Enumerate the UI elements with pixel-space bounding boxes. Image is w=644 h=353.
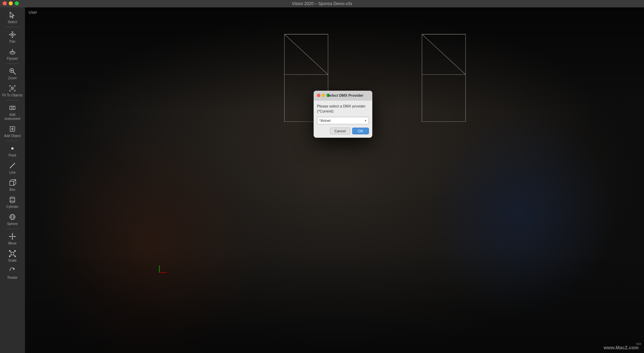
dialog-description: Please select a DMX provider (*Current): (317, 104, 369, 114)
zoom-icon (8, 67, 17, 76)
user-label: User (29, 10, 37, 15)
svg-rect-35 (9, 250, 10, 252)
scale-label: Scale (8, 259, 16, 263)
sidebar-item-sphere[interactable]: Sphere (1, 211, 24, 227)
svg-line-45 (422, 34, 466, 75)
fit-to-objects-icon (8, 84, 17, 93)
minimize-button[interactable] (9, 1, 13, 5)
traffic-lights (3, 1, 19, 5)
flyover-label: Flyover (7, 57, 18, 61)
move-label: Move (8, 241, 16, 246)
point-icon (8, 144, 17, 153)
svg-marker-32 (9, 236, 10, 237)
divider-2 (6, 63, 19, 64)
sphere-label: Sphere (7, 222, 18, 226)
svg-point-27 (10, 216, 15, 218)
dialog-title: Select DMX Provider (322, 93, 369, 97)
divider-3 (6, 100, 19, 100)
svg-point-26 (11, 214, 14, 220)
add-instrument-label: Add Instrument (2, 113, 23, 121)
svg-rect-38 (14, 256, 16, 257)
sidebar-item-select[interactable]: Select (1, 9, 24, 26)
box-icon (8, 178, 17, 187)
line-label: Line (9, 171, 16, 175)
dialog-select-wrapper: *Artnet sACN None ▼ (317, 117, 369, 124)
ok-button[interactable]: OK (352, 128, 369, 134)
pan-label: Pan (9, 40, 15, 44)
sidebar-item-zoom[interactable]: Zoom (1, 65, 24, 82)
sidebar-item-add-instrument[interactable]: Add Instrument (1, 102, 24, 122)
watermark: www.MacZ.com (603, 345, 639, 350)
select-label: Select (8, 20, 17, 24)
svg-line-5 (13, 72, 15, 74)
close-button[interactable] (3, 1, 7, 5)
svg-point-3 (12, 49, 13, 50)
add-instrument-icon (8, 103, 17, 113)
divider-1 (6, 27, 19, 27)
rotate-icon (8, 266, 17, 275)
svg-marker-33 (14, 236, 16, 237)
viewport-background: User (25, 7, 644, 353)
svg-rect-36 (14, 250, 16, 252)
svg-point-1 (12, 34, 13, 35)
zoom-label: Zoom (8, 76, 17, 80)
sidebar: Select Pan Flyover (0, 7, 25, 353)
svg-marker-0 (10, 12, 14, 18)
sidebar-item-flyover[interactable]: Flyover (1, 46, 24, 62)
flyover-icon (8, 47, 17, 56)
sidebar-item-cylinder[interactable]: Cylinder (1, 194, 24, 210)
svg-point-13 (12, 107, 13, 108)
scene-wireframe (274, 28, 476, 148)
watermark-text: www.MacZ.com (603, 345, 639, 350)
divider-5 (6, 229, 19, 229)
cylinder-label: Cylinder (6, 205, 19, 209)
dialog-buttons: Cancel OK (317, 128, 369, 134)
svg-point-21 (10, 197, 15, 199)
svg-point-9 (12, 88, 13, 89)
sidebar-item-move[interactable]: Move (1, 230, 24, 247)
main-viewport[interactable]: User (25, 7, 644, 353)
dmx-provider-select[interactable]: *Artnet sACN None (317, 117, 369, 124)
sphere-icon (8, 212, 17, 222)
maximize-button[interactable] (15, 1, 19, 5)
svg-rect-37 (9, 256, 10, 257)
window-title: Vision 2020 – Sponza Demo.v3s (292, 1, 352, 6)
line-icon (8, 161, 17, 170)
box-label: Box (9, 188, 15, 192)
select-icon (8, 10, 17, 20)
dialog-close-button[interactable] (317, 94, 320, 97)
sidebar-item-point[interactable]: Point (1, 142, 24, 159)
svg-marker-31 (12, 238, 13, 240)
title-bar: Vision 2020 – Sponza Demo.v3s (0, 0, 644, 7)
sidebar-item-pan[interactable]: Pan (1, 29, 24, 45)
pan-icon (8, 30, 17, 39)
coordinate-axes (156, 262, 169, 276)
move-icon (8, 232, 17, 241)
cylinder-icon (8, 195, 17, 205)
dialog-title-bar: Select DMX Provider (314, 91, 372, 100)
point-label: Point (9, 153, 16, 158)
divider-4 (6, 141, 19, 141)
sidebar-item-rotate[interactable]: Rotate (1, 265, 24, 281)
fit-to-objects-label: Fit To Objects (2, 93, 23, 97)
sidebar-item-scale[interactable]: Scale (1, 248, 24, 264)
sidebar-item-add-object[interactable]: Add Object (1, 123, 24, 139)
svg-point-17 (11, 147, 14, 150)
add-object-icon (8, 124, 17, 134)
sidebar-item-box[interactable]: Box (1, 177, 24, 193)
svg-line-18 (10, 163, 15, 168)
watermark-ndi: NDI (636, 342, 642, 346)
add-object-label: Add Object (4, 134, 20, 138)
cancel-button[interactable]: Cancel (330, 128, 350, 134)
svg-rect-19 (10, 181, 14, 185)
svg-point-25 (10, 214, 15, 220)
select-dmx-provider-dialog[interactable]: Select DMX Provider Please select a DMX … (314, 91, 372, 138)
svg-line-44 (284, 34, 328, 75)
sidebar-item-fit-to-objects[interactable]: Fit To Objects (1, 82, 24, 99)
sidebar-item-line[interactable]: Line (1, 160, 24, 176)
scale-icon (8, 249, 17, 258)
rotate-label: Rotate (7, 276, 17, 280)
svg-marker-30 (12, 233, 13, 234)
dialog-body: Please select a DMX provider (*Current):… (314, 100, 372, 138)
svg-point-22 (10, 201, 15, 203)
